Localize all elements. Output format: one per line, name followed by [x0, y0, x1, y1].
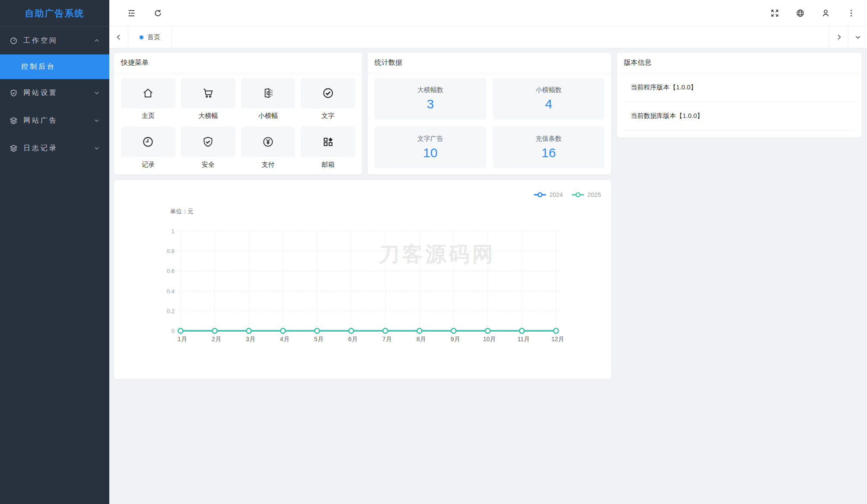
home-icon [142, 87, 154, 99]
quick-item-records[interactable]: 记录 [121, 127, 175, 168]
quick-item-label: 支付 [241, 160, 295, 168]
svg-text:7月: 7月 [382, 336, 392, 342]
quick-item-home[interactable]: 主页 [121, 78, 175, 120]
chart-unit-label: 单位：元 [170, 208, 194, 216]
svg-text:0.2: 0.2 [167, 308, 175, 314]
svg-text:8月: 8月 [416, 336, 426, 342]
app-title: 自助广告系统 [0, 0, 109, 27]
stat-value: 16 [541, 146, 556, 160]
refresh-icon[interactable] [148, 0, 168, 26]
svg-text:1: 1 [171, 228, 175, 235]
tabs-scroll-left-button[interactable] [109, 26, 128, 48]
stat-recharge-count: 充值条数 16 [493, 127, 604, 168]
banner-panel-icon [262, 87, 274, 99]
svg-text:1月: 1月 [178, 336, 187, 342]
quick-item-big-banner[interactable]: 大横幅 [181, 78, 235, 120]
quick-item-label: 邮箱 [301, 160, 355, 168]
tab-bar: 首页 [109, 26, 867, 48]
svg-text:5月: 5月 [314, 336, 324, 342]
stat-text-ads-count: 文字广告 10 [375, 127, 486, 168]
stat-label: 大横幅数 [417, 86, 443, 94]
tabs-scroll-right-button[interactable] [829, 26, 848, 48]
gauge-icon [10, 37, 18, 45]
quick-item-label: 主页 [121, 111, 175, 120]
svg-text:0.8: 0.8 [167, 248, 175, 254]
quick-item-label: 安全 [181, 160, 235, 168]
card-title: 版本信息 [617, 53, 862, 73]
check-circle-icon [322, 87, 334, 99]
active-tab-dot [140, 35, 143, 39]
quick-item-security[interactable]: 安全 [181, 127, 235, 168]
globe-icon[interactable] [790, 0, 810, 26]
sidebar-item-logs[interactable]: 日志记录 [0, 134, 109, 162]
stat-value: 4 [545, 97, 553, 111]
quick-item-label: 文字 [301, 111, 355, 120]
chevron-down-icon [94, 117, 100, 124]
card-title: 快捷菜单 [114, 53, 362, 73]
clock-icon [142, 136, 154, 148]
quick-item-label: 小横幅 [241, 111, 295, 120]
top-header [109, 0, 867, 26]
svg-text:12月: 12月 [551, 336, 564, 342]
sidebar-item-workspace[interactable]: 工作空间 [0, 27, 109, 54]
quick-item-small-banner[interactable]: 小横幅 [241, 78, 295, 120]
layers-icon [10, 117, 18, 125]
svg-text:0.6: 0.6 [167, 268, 175, 274]
svg-text:0.4: 0.4 [167, 288, 175, 295]
legend-item-2024[interactable]: 2024 [534, 191, 563, 198]
version-card: 版本信息 当前程序版本【1.0.0】 当前数据库版本【1.0.0】 [617, 53, 862, 137]
svg-text:3月: 3月 [246, 336, 255, 342]
sidebar-item-site-ads[interactable]: 网站广告 [0, 107, 109, 134]
chart-legend: 20242025 [534, 191, 601, 198]
tab-home[interactable]: 首页 [128, 26, 172, 48]
svg-text:9月: 9月 [451, 336, 460, 342]
stat-big-banner-count: 大横幅数 3 [375, 78, 486, 120]
database-version-text: 当前数据库版本【1.0.0】 [624, 102, 855, 130]
tab-label: 首页 [147, 33, 160, 41]
stats-card: 统计数据 大横幅数 3 小横幅数 4 文字广告 10 充值条数 16 [368, 53, 611, 174]
quick-item-payment[interactable]: 支付 [241, 127, 295, 168]
stat-value: 10 [423, 146, 437, 160]
program-version-text: 当前程序版本【1.0.0】 [624, 73, 855, 102]
grid-diamond-icon [322, 136, 334, 148]
stat-small-banner-count: 小横幅数 4 [493, 78, 604, 120]
more-dots-icon[interactable] [841, 0, 861, 26]
chevron-up-icon [94, 38, 100, 44]
tabbar-spacer [172, 26, 829, 48]
fullscreen-icon[interactable] [765, 0, 784, 26]
sidebar-item-label: 网站设置 [23, 89, 58, 98]
stat-value: 3 [427, 97, 434, 111]
stat-label: 小横幅数 [536, 86, 562, 94]
quick-item-mailbox[interactable]: 邮箱 [301, 127, 355, 168]
sidebar-item-site-settings[interactable]: 网站设置 [0, 79, 109, 107]
sidebar-item-label: 工作空间 [23, 36, 58, 45]
user-icon[interactable] [816, 0, 835, 26]
menu-fold-icon[interactable] [121, 0, 141, 26]
quick-menu-card: 快捷菜单 主页 大横幅 小横幅 文字 记录 [114, 53, 362, 174]
chevron-down-icon [94, 145, 100, 151]
shield-icon [10, 89, 18, 97]
tabs-menu-button[interactable] [848, 26, 867, 48]
yen-circle-icon [262, 136, 274, 148]
quick-item-text[interactable]: 文字 [301, 78, 355, 120]
svg-text:2月: 2月 [212, 336, 221, 342]
trend-chart-card: 20242025 单位：元 刀客源码网 00.20.40.60.811月2月3月… [114, 180, 611, 379]
sidebar: 自助广告系统 工作空间 控制后台 网站设置 网站广告 日志 [0, 0, 109, 504]
sidebar-subitem-label: 控制后台 [21, 62, 56, 71]
svg-text:0: 0 [171, 328, 175, 334]
svg-text:10月: 10月 [483, 336, 496, 342]
shield-check-icon [202, 136, 214, 148]
quick-item-label: 记录 [121, 160, 175, 168]
svg-text:4月: 4月 [280, 336, 289, 342]
legend-item-2025[interactable]: 2025 [572, 191, 601, 198]
cart-icon [202, 87, 214, 99]
sidebar-item-control-panel[interactable]: 控制后台 [0, 54, 109, 79]
stat-label: 文字广告 [417, 135, 443, 143]
stat-label: 充值条数 [536, 135, 562, 143]
sidebar-item-label: 网站广告 [23, 116, 58, 125]
sidebar-item-label: 日志记录 [23, 144, 58, 153]
svg-text:6月: 6月 [348, 336, 358, 342]
card-title: 统计数据 [368, 53, 611, 73]
chevron-down-icon [94, 90, 100, 96]
svg-text:11月: 11月 [518, 336, 530, 342]
